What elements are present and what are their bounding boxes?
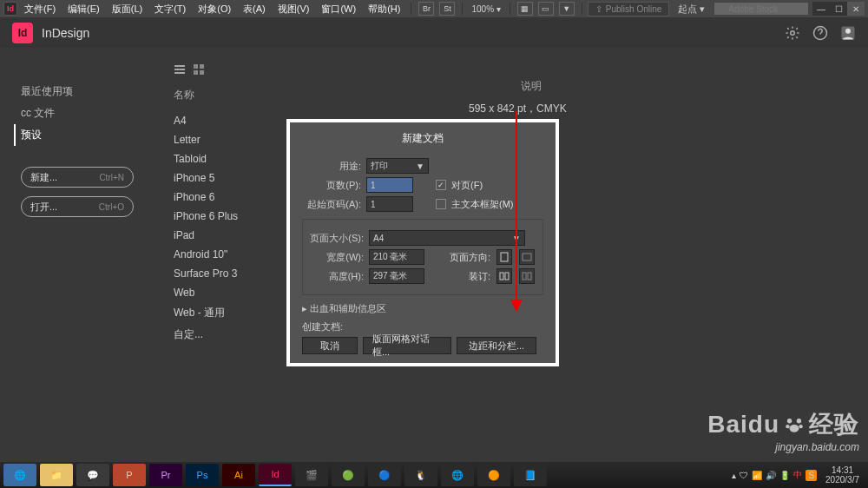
tray-network-icon[interactable]: 📶 <box>752 471 762 480</box>
bleed-section-toggle[interactable]: 出血和辅助信息区 <box>302 302 543 315</box>
pages-input[interactable]: 1 <box>366 177 413 193</box>
orientation-landscape-button[interactable] <box>519 249 535 265</box>
indesign-app-icon: Id <box>12 23 33 43</box>
textframe-label: 主文本框架(M) <box>451 198 514 211</box>
nav-presets[interactable]: 预设 <box>14 124 161 146</box>
menu-layout[interactable]: 版面(L) <box>107 1 148 17</box>
menu-type[interactable]: 文字(T) <box>149 1 191 17</box>
menu-file[interactable]: 文件(F) <box>19 1 61 17</box>
menu-window[interactable]: 窗口(W) <box>316 1 361 17</box>
grid-view-icon[interactable] <box>193 63 205 76</box>
tray-sogou-icon[interactable]: S <box>806 470 817 481</box>
workspace-dropdown[interactable]: 起点 ▾ <box>678 3 705 16</box>
facing-pages-checkbox[interactable] <box>436 180 446 190</box>
svg-rect-9 <box>194 70 198 75</box>
publish-online-button[interactable]: ⇪Publish Online <box>588 2 669 16</box>
taskbar-app2-icon[interactable]: 🔵 <box>368 464 401 486</box>
taskbar-premiere-icon[interactable]: Pr <box>149 464 182 486</box>
svg-rect-12 <box>523 254 531 260</box>
svg-rect-16 <box>528 273 531 280</box>
height-label: 高度(H): <box>310 270 364 283</box>
tray-security-icon[interactable]: 🛡 <box>740 471 748 480</box>
taskbar-indesign-icon[interactable]: Id <box>259 464 292 486</box>
preset-custom[interactable]: 自定... <box>174 324 278 346</box>
taskbar-qq-icon[interactable]: 🐧 <box>404 464 437 486</box>
preset-iphone5[interactable]: iPhone 5 <box>174 168 278 188</box>
svg-rect-8 <box>200 64 204 69</box>
purpose-select[interactable]: 打印▼ <box>366 158 429 174</box>
taskbar-chrome-icon[interactable]: 🌐 <box>441 464 474 486</box>
nav-ccfiles[interactable]: cc 文件 <box>21 102 161 124</box>
preset-letter[interactable]: Letter <box>174 130 278 149</box>
taskbar-app1-icon[interactable]: 🟢 <box>332 464 365 486</box>
preset-iphone6[interactable]: iPhone 6 <box>174 188 278 207</box>
new-button[interactable]: 新建...Ctrl+N <box>21 167 134 188</box>
pagesize-select[interactable]: A4▼ <box>369 230 525 246</box>
open-button[interactable]: 打开...Ctrl+O <box>21 196 134 217</box>
screen-mode-icon[interactable]: ▭ <box>538 2 554 16</box>
tray-ime-icon[interactable]: 中 <box>793 469 802 481</box>
cancel-button[interactable]: 取消 <box>302 337 358 354</box>
tray-battery-icon[interactable]: 🔋 <box>779 471 790 480</box>
view-options-icon[interactable]: ▦ <box>517 2 533 16</box>
menu-help[interactable]: 帮助(H) <box>363 1 405 17</box>
menu-object[interactable]: 对象(O) <box>193 1 236 17</box>
bridge-icon[interactable]: Br <box>418 2 434 16</box>
preset-web-common[interactable]: Web - 通用 <box>174 302 278 324</box>
svg-point-18 <box>797 419 801 423</box>
new-document-dialog: 新建文档 用途: 打印▼ 页数(P): 1 对页(F) 起始页码(A): 1 主… <box>286 119 559 366</box>
search-input[interactable] <box>713 2 809 16</box>
maximize-button[interactable]: ☐ <box>830 2 847 16</box>
preset-tabloid[interactable]: Tabloid <box>174 149 278 168</box>
taskbar-powerpoint-icon[interactable]: P <box>113 464 146 486</box>
preset-a4[interactable]: A4 <box>174 111 278 130</box>
taskbar-browser-icon[interactable]: 🌐 <box>3 464 36 486</box>
help-icon[interactable] <box>812 25 828 41</box>
minimize-button[interactable]: — <box>812 2 830 16</box>
width-input[interactable]: 210 毫米 <box>369 249 424 265</box>
svg-rect-15 <box>523 273 526 280</box>
taskbar-explorer-icon[interactable]: 📁 <box>40 464 73 486</box>
zoom-dropdown[interactable]: 100% ▾ <box>468 4 503 14</box>
taskbar-app3-icon[interactable]: 🟠 <box>477 464 510 486</box>
menu-table[interactable]: 表(A) <box>238 1 271 17</box>
taskbar-photoshop-icon[interactable]: Ps <box>186 464 219 486</box>
svg-rect-14 <box>505 273 509 280</box>
taskbar: 🌐 📁 💬 P Pr Ps Ai Id 🎬 🟢 🔵 🐧 🌐 🟠 📘 ▴ 🛡 📶 … <box>0 462 868 488</box>
list-view-icon[interactable] <box>174 63 186 76</box>
stock-icon[interactable]: St <box>439 2 455 16</box>
taskbar-wechat-icon[interactable]: 💬 <box>76 464 109 486</box>
menu-view[interactable]: 视图(V) <box>273 1 315 17</box>
taskbar-clock[interactable]: 14:31 2020/3/7 <box>820 465 865 485</box>
preset-android10[interactable]: Android 10" <box>174 245 278 264</box>
close-button[interactable]: ✕ <box>847 2 865 16</box>
gear-icon[interactable] <box>785 25 800 41</box>
preset-ipad[interactable]: iPad <box>174 226 278 245</box>
binding-label: 装订: <box>469 270 490 283</box>
orientation-portrait-button[interactable] <box>496 249 512 265</box>
taskbar-video-icon[interactable]: 🎬 <box>295 464 328 486</box>
preset-surfacepro3[interactable]: Surface Pro 3 <box>174 264 278 283</box>
svg-point-17 <box>787 419 792 423</box>
purpose-label: 用途: <box>302 160 361 173</box>
arrange-icon[interactable]: ▼ <box>559 2 575 16</box>
app-title: InDesign <box>42 26 89 40</box>
user-icon[interactable] <box>840 25 856 41</box>
svg-point-0 <box>791 30 795 35</box>
taskbar-app4-icon[interactable]: 📘 <box>514 464 547 486</box>
textframe-checkbox[interactable] <box>436 199 446 209</box>
tray-up-icon[interactable]: ▴ <box>732 471 736 480</box>
startpage-input[interactable]: 1 <box>366 196 413 212</box>
layout-grid-button[interactable]: 版面网格对话框... <box>363 337 451 354</box>
binding-ltr-button[interactable] <box>496 268 512 284</box>
nav-recent[interactable]: 最近使用项 <box>21 81 161 102</box>
menu-edit[interactable]: 编辑(E) <box>62 1 105 17</box>
margins-columns-button[interactable]: 边距和分栏... <box>457 337 536 354</box>
tray-volume-icon[interactable]: 🔊 <box>766 471 776 480</box>
taskbar-illustrator-icon[interactable]: Ai <box>222 464 255 486</box>
binding-rtl-button[interactable] <box>519 268 535 284</box>
height-input[interactable]: 297 毫米 <box>369 268 424 284</box>
preset-iphone6plus[interactable]: iPhone 6 Plus <box>174 207 278 226</box>
svg-point-19 <box>786 425 789 428</box>
preset-web[interactable]: Web <box>174 283 278 302</box>
